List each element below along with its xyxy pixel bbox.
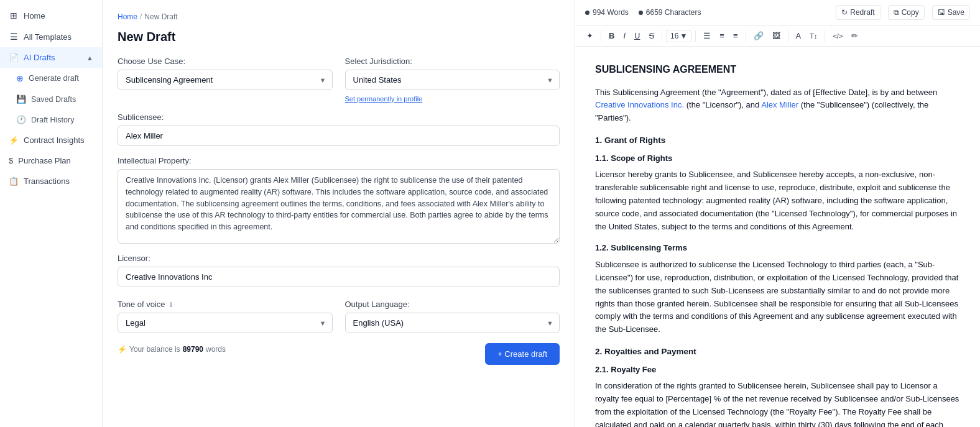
dollar-icon: $ — [9, 156, 13, 165]
licensor-name: Creative Innovations Inc. — [595, 100, 684, 109]
save-button[interactable]: 🖫 Save — [932, 5, 970, 20]
sidebar-item-transactions[interactable]: 📋 Transactions — [0, 171, 102, 191]
jurisdiction-group: Select Jurisdiction: United States ▼ Set… — [345, 57, 560, 103]
sidebar-item-home-label: Home — [24, 11, 45, 21]
align-button[interactable]: ≡ — [729, 29, 742, 42]
fmt-divider-3 — [695, 30, 696, 42]
use-case-select[interactable]: Sublicensing Agreement — [118, 70, 333, 90]
section-1-1-heading: 1.1. Scope of Rights — [595, 152, 960, 165]
transactions-icon: 📋 — [9, 177, 19, 186]
image-button[interactable]: 🖼 — [769, 29, 784, 42]
saved-drafts-icon: 💾 — [16, 94, 26, 104]
home-icon: ⊞ — [9, 11, 19, 21]
text-color-button[interactable]: A — [792, 29, 805, 42]
char-count-stat: 6659 Characters — [639, 8, 701, 17]
link-button[interactable]: 🔗 — [750, 29, 767, 42]
tone-select[interactable]: Legal — [118, 313, 333, 333]
words-dot — [585, 11, 589, 15]
sidebar-item-purchase-plan[interactable]: $ Purchase Plan — [0, 150, 102, 171]
doc-actions: ↻ Redraft ⧉ Copy 🖫 Save — [836, 5, 970, 20]
balance-row: ⚡ Your balance is 89790 words — [118, 345, 226, 354]
font-size-control[interactable]: 16 ▼ — [666, 30, 691, 42]
section-1-heading: 1. Grant of Rights — [595, 134, 960, 147]
breadcrumb-home[interactable]: Home — [118, 12, 137, 21]
doc-toolbar: 994 Words 6659 Characters ↻ Redraft ⧉ Co… — [575, 0, 980, 25]
sublicensee-input[interactable] — [118, 126, 560, 146]
sidebar-item-all-templates-label: All Templates — [24, 32, 72, 42]
licensor-group: Licensor: — [118, 254, 560, 287]
chars-label: 6659 Characters — [646, 8, 701, 17]
sidebar-item-ai-drafts[interactable]: 📄 AI Drafts ▲ — [0, 47, 102, 68]
text-format-button[interactable]: T↕ — [806, 30, 821, 42]
sidebar: ⊞ Home ☰ All Templates 📄 AI Drafts ▲ ⊕ G… — [0, 0, 103, 427]
strikethrough-button[interactable]: S — [645, 29, 658, 42]
bold-button[interactable]: B — [605, 29, 618, 42]
sublicensee-group: Sublicensee: — [118, 112, 560, 146]
licensor-label: Licensor: — [118, 254, 560, 263]
ip-textarea[interactable]: Creative Innovations Inc. (Licensor) gra… — [118, 169, 560, 244]
balance-prefix: Your balance is — [129, 345, 180, 354]
sidebar-item-generate-draft[interactable]: ⊕ Generate draft — [7, 68, 102, 89]
saved-drafts-label: Saved Drafts — [31, 95, 76, 104]
main-content: Home / New Draft New Draft Choose Use Ca… — [103, 0, 980, 427]
sidebar-item-saved-drafts[interactable]: 💾 Saved Drafts — [7, 89, 102, 109]
output-lang-select[interactable]: English (USA) — [345, 313, 560, 333]
highlight-button[interactable]: ✏ — [848, 29, 862, 42]
word-count-stat: 994 Words — [585, 8, 629, 17]
sublicensee-name: Alex Miller — [761, 100, 798, 109]
ip-label: Intellectual Property: — [118, 156, 560, 165]
chevron-up-icon: ▲ — [86, 54, 93, 62]
document-content: SUBLICENSING AGREEMENT This Sublicensing… — [575, 47, 980, 427]
sidebar-item-contract-insights[interactable]: ⚡ Contract Insights — [0, 130, 102, 150]
tone-select-wrapper: Legal ▼ — [118, 313, 333, 333]
form-panel: Home / New Draft New Draft Choose Use Ca… — [103, 0, 575, 427]
ordered-list-button[interactable]: ≡ — [716, 29, 728, 42]
transactions-label: Transactions — [24, 177, 70, 186]
output-lang-group: Output Language: English (USA) ▼ — [345, 300, 560, 333]
code-button[interactable]: </> — [829, 30, 846, 42]
plus-circle-icon: ⊕ — [16, 73, 24, 83]
tone-language-row: Tone of voice ℹ Legal ▼ Output Language: — [118, 300, 560, 333]
output-lang-select-wrapper: English (USA) ▼ — [345, 313, 560, 333]
underline-button[interactable]: U — [631, 29, 644, 42]
section-2-1-text: In consideration of the rights granted t… — [595, 380, 960, 427]
balance-amount: 89790 — [183, 345, 203, 354]
copy-label: Copy — [902, 8, 919, 17]
fmt-divider-5 — [788, 30, 788, 42]
create-draft-label: + Create draft — [497, 349, 547, 359]
contract-insights-label: Contract Insights — [24, 135, 85, 145]
sidebar-item-all-templates[interactable]: ☰ All Templates — [0, 26, 102, 47]
redraft-button[interactable]: ↻ Redraft — [836, 5, 880, 20]
redraft-icon: ↻ — [841, 8, 848, 17]
content-area: Home / New Draft New Draft Choose Use Ca… — [103, 0, 980, 427]
use-case-jurisdiction-row: Choose Use Case: Sublicensing Agreement … — [118, 57, 560, 103]
breadcrumb-current: New Draft — [144, 12, 177, 21]
set-permanently-link[interactable]: Set permanently in profile — [345, 95, 423, 103]
document-panel: 994 Words 6659 Characters ↻ Redraft ⧉ Co… — [575, 0, 980, 427]
draft-history-label: Draft History — [31, 116, 74, 124]
magic-icon-btn[interactable]: ✦ — [583, 29, 597, 42]
italic-button[interactable]: I — [619, 29, 629, 42]
sidebar-item-draft-history[interactable]: 🕐 Draft History — [7, 109, 102, 130]
create-draft-button[interactable]: + Create draft — [485, 343, 560, 365]
breadcrumb-sep: / — [140, 12, 142, 21]
ai-drafts-icon: 📄 — [9, 53, 19, 62]
doc-title: SUBLICENSING AGREEMENT — [595, 62, 960, 78]
history-icon: 🕐 — [16, 115, 26, 124]
output-lang-label: Output Language: — [345, 300, 560, 309]
doc-stats: 994 Words 6659 Characters — [585, 8, 701, 17]
unordered-list-button[interactable]: ☰ — [700, 29, 714, 42]
ai-drafts-submenu: ⊕ Generate draft 💾 Saved Drafts 🕐 Draft … — [0, 68, 102, 130]
sublicensee-label: Sublicensee: — [118, 112, 560, 122]
save-icon: 🖫 — [938, 8, 945, 17]
ip-group: Intellectual Property: Creative Innovati… — [118, 156, 560, 244]
redraft-label: Redraft — [850, 8, 874, 17]
licensor-input[interactable] — [118, 267, 560, 287]
jurisdiction-label: Select Jurisdiction: — [345, 57, 560, 66]
use-case-group: Choose Use Case: Sublicensing Agreement … — [118, 57, 333, 103]
copy-button[interactable]: ⧉ Copy — [888, 5, 925, 20]
jurisdiction-select[interactable]: United States — [345, 70, 560, 90]
sidebar-item-home[interactable]: ⊞ Home — [0, 5, 102, 26]
font-size-chevron: ▼ — [680, 32, 687, 40]
format-toolbar: ✦ B I U S 16 ▼ ☰ ≡ ≡ 🔗 🖼 A — [575, 25, 980, 47]
